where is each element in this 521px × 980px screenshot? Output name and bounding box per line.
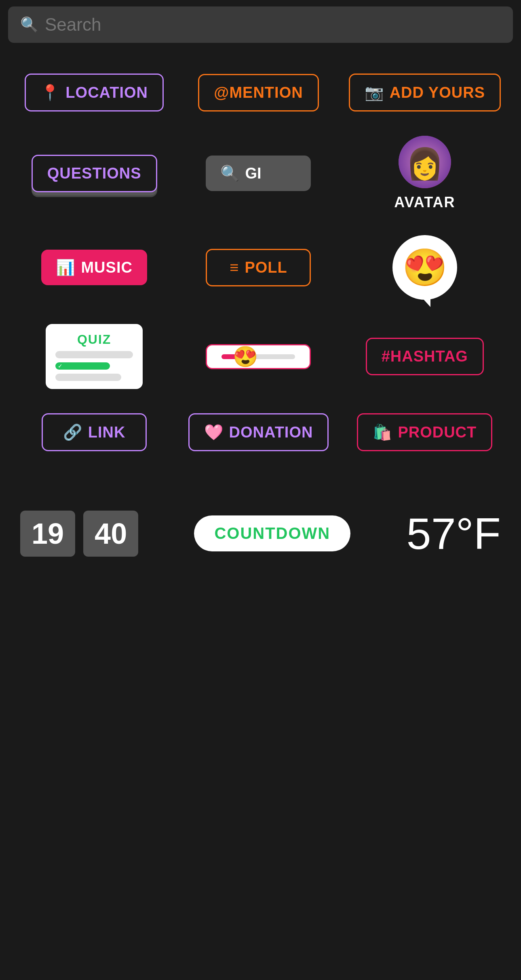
location-icon: 📍 [40, 84, 60, 101]
avatar-image: 👩 [399, 136, 451, 188]
sticker-item-avatar[interactable]: 👩 AVATAR [349, 136, 501, 211]
quiz-bar-2: ✓ [55, 362, 110, 370]
heart-icon: 🩷 [204, 423, 224, 441]
sticker-item-donation[interactable]: 🩷 DONATION [184, 413, 332, 451]
slider-track: 😍 [221, 354, 295, 359]
questions-label: QUESTIONS [47, 165, 141, 182]
music-icon: 📊 [56, 259, 75, 276]
sticker-grid: 📍 LOCATION @MENTION 📷 ADD YOURS QUESTION… [0, 49, 521, 475]
quiz-bar-3 [55, 374, 121, 381]
svg-text:👩: 👩 [406, 146, 444, 182]
sticker-item-emoji[interactable]: 😍 [349, 235, 501, 300]
countdown-label: COUNTDOWN [214, 524, 330, 543]
emoji-icon: 😍 [402, 246, 447, 289]
quiz-check-icon: ✓ [58, 363, 63, 369]
quiz-bar-1 [55, 351, 133, 358]
poll-icon: ≡ [230, 259, 239, 276]
slider-emoji: 😍 [233, 345, 258, 368]
bottom-row: 19 40 COUNTDOWN 57°F [0, 492, 521, 575]
search-icon: 🔍 [20, 16, 38, 33]
bottom-numbers: 19 40 [20, 511, 138, 557]
search-bar[interactable]: 🔍 [8, 6, 513, 43]
mention-label: @MENTION [214, 84, 303, 101]
link-icon: 🔗 [63, 423, 82, 441]
hashtag-label: #HASHTAG [382, 348, 468, 365]
shopping-icon: 🛍️ [373, 423, 392, 441]
addyours-label: ADD YOURS [390, 84, 485, 101]
slider-card: 😍 [206, 344, 311, 369]
temperature-display: 57°F [406, 508, 501, 559]
search-input[interactable] [45, 15, 501, 35]
poll-label: POLL [245, 259, 287, 276]
quiz-card: QUIZ ✓ [46, 324, 143, 389]
sticker-item-poll[interactable]: ≡ POLL [184, 235, 332, 300]
donation-label: DONATION [229, 424, 313, 441]
emoji-bubble: 😍 [392, 235, 457, 300]
sticker-item-slider[interactable]: 😍 [184, 324, 332, 389]
sticker-item-music[interactable]: 📊 MUSIC [20, 235, 168, 300]
sticker-item-hashtag[interactable]: #HASHTAG [349, 324, 501, 389]
sticker-item-mention[interactable]: @MENTION [184, 74, 332, 111]
number-box-1: 19 [20, 511, 75, 557]
countdown-sticker[interactable]: COUNTDOWN [194, 515, 350, 551]
avatar-label: AVATAR [394, 194, 455, 211]
gif-label: GI [245, 165, 261, 182]
sticker-item-addyours[interactable]: 📷 ADD YOURS [349, 74, 501, 111]
sticker-item-product[interactable]: 🛍️ PRODUCT [349, 413, 501, 451]
music-label: MUSIC [81, 259, 132, 276]
number-box-2: 40 [83, 511, 138, 557]
product-label: PRODUCT [398, 424, 477, 441]
sticker-item-location[interactable]: 📍 LOCATION [20, 74, 168, 111]
sticker-item-questions[interactable]: QUESTIONS [20, 136, 168, 211]
link-label: LINK [88, 424, 126, 441]
quiz-title: QUIZ [55, 332, 133, 347]
gif-search-icon: 🔍 [220, 164, 239, 182]
sticker-item-gif[interactable]: 🔍 GI [184, 136, 332, 211]
camera-icon: 📷 [365, 84, 384, 101]
sticker-item-link[interactable]: 🔗 LINK [20, 413, 168, 451]
location-label: LOCATION [65, 84, 148, 101]
sticker-item-quiz[interactable]: QUIZ ✓ [20, 324, 168, 389]
